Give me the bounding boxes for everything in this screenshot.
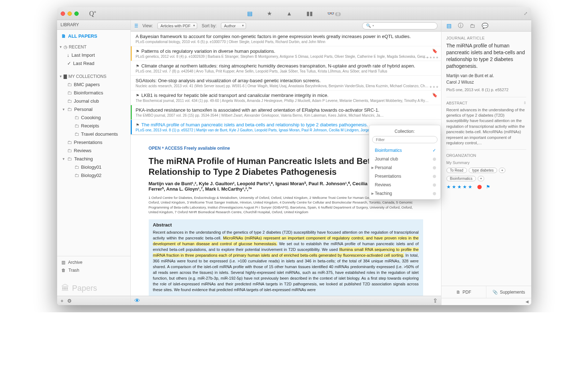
window-controls	[61, 11, 79, 16]
sidebar-item-receipts[interactable]: 🗀Receipts	[57, 122, 130, 130]
trash-icon: 🗑	[61, 268, 66, 273]
flag-icon[interactable]: ⚑	[486, 184, 490, 190]
sidebar-item-personal[interactable]: ▼🗀Personal	[57, 105, 130, 113]
paper-row[interactable]: ⚑Climate change at northern latitudes: r…	[131, 61, 441, 76]
last-read-label: Last Read	[73, 61, 94, 66]
minimize-window[interactable]	[68, 11, 72, 16]
glasses-icon[interactable]: 👓8	[327, 10, 341, 17]
disclosure-icon: ▼	[59, 75, 62, 78]
popover-item[interactable]: Presentations	[369, 172, 440, 181]
sidebar-item-cooking[interactable]: 🗀Coooking	[57, 113, 130, 122]
sidebar-footer: + ⚙	[57, 296, 130, 305]
pdf-button[interactable]: 🗎PDF	[441, 286, 487, 298]
add-tag-button[interactable]: +	[499, 168, 505, 173]
favorites-icon[interactable]: ★	[267, 10, 272, 17]
sidebar-archive[interactable]: ▥Archive	[61, 258, 126, 266]
disclosure-icon: ▶	[371, 166, 375, 169]
abstract-text: Recent advances in the understanding of …	[149, 228, 423, 296]
overview-tab-icon[interactable]: ▤	[446, 23, 452, 29]
star-icon[interactable]: ★	[468, 184, 472, 190]
expand-icon[interactable]: ⇳	[523, 101, 526, 105]
global-search-icon[interactable]: Q+	[89, 10, 96, 18]
fullscreen-icon[interactable]: ⤢	[524, 11, 528, 16]
close-window[interactable]	[61, 11, 65, 16]
check-icon: ✓	[432, 148, 436, 153]
library-view-icon[interactable]: ▤	[247, 10, 253, 17]
folder-icon: 🗀	[67, 90, 72, 95]
paper-row[interactable]: A Bayesian framework to account for comp…	[131, 32, 441, 46]
all-papers-label: ALL PAPERS	[68, 33, 97, 39]
abstract-heading: Abstract	[149, 219, 423, 228]
authors-icon[interactable]: ▲	[286, 10, 292, 17]
list-search-input[interactable]: 🔍▾	[362, 22, 437, 29]
tag-to-read[interactable]: To Read	[446, 168, 467, 173]
sidebar-item-journal-club[interactable]: 🗀Journal club	[57, 97, 130, 105]
details-body: JOURNAL ARTICLE The miRNA profile of hum…	[441, 32, 531, 286]
popover-item-label: Bioinformatics	[375, 148, 402, 153]
view-select[interactable]: Articles with PDF	[157, 23, 198, 29]
tag-row-1: To Read type diabetes +	[446, 168, 526, 173]
paper-row[interactable]: SGAtools: One-stop analysis and visualiz…	[131, 76, 441, 90]
sidebar-item-travel[interactable]: 🗀Travel documents	[57, 130, 130, 138]
b01-label: Biology01	[81, 164, 102, 170]
popover-item[interactable]: ▶Personal	[369, 163, 440, 172]
main-footer: 👁 ⇪	[131, 296, 441, 305]
hamburger-icon[interactable]: ☰	[134, 23, 138, 28]
trash-label: Trash	[69, 268, 79, 273]
details-title: The miRNA profile of human pancreatic is…	[446, 42, 526, 70]
info-tab-icon[interactable]: ⓘ	[458, 22, 463, 29]
notes-tab-icon[interactable]: 🗀	[470, 23, 475, 29]
popover-item[interactable]: Journal club	[369, 155, 440, 163]
star-icon[interactable]: ★	[452, 184, 456, 190]
popover-item[interactable]: Reviews	[369, 181, 440, 189]
rating-row[interactable]: ★ ★ ★ ★ ★ ⚑	[446, 184, 526, 190]
add-button[interactable]: +	[61, 298, 64, 304]
sidebar-item-presentations[interactable]: 🗀Presentations	[57, 138, 130, 146]
activity-tab-icon[interactable]: 💬	[482, 23, 489, 29]
folder-icon: 🗀	[67, 140, 72, 145]
sidebar-last-import[interactable]: ↓Last Import	[57, 51, 130, 59]
sidebar-trash[interactable]: 🗑Trash	[61, 266, 126, 274]
settings-gear-icon[interactable]: ⚙	[67, 298, 72, 304]
sidebar-item-teaching[interactable]: ▼🗀Teaching	[57, 155, 130, 163]
sort-select[interactable]: Author	[221, 23, 246, 29]
star-icon[interactable]: ★	[446, 184, 451, 190]
sidebar-item-bio01[interactable]: 🗀Biology01	[57, 163, 130, 171]
unselected-indicator	[433, 158, 436, 161]
sidebar-item-reviews[interactable]: 🗀Reviews	[57, 146, 130, 155]
add-collection-button[interactable]: +	[478, 176, 484, 181]
paper-row[interactable]: PKA-induced resistance to tamoxifen is a…	[131, 105, 441, 120]
sidebar-item-bioinformatics[interactable]: 🗀Bioinformatics	[57, 89, 130, 97]
sidebar-group-recent[interactable]: ▼ ◷ RECENT	[57, 42, 130, 51]
eye-icon[interactable]: 👁	[134, 298, 140, 304]
tag-bioinformatics[interactable]: Bioinformatics	[446, 176, 476, 181]
recent-label: RECENT	[69, 45, 86, 50]
star-icon[interactable]: ★	[463, 184, 467, 190]
sidebar-all-papers[interactable]: 🗎 ALL PAPERS	[57, 30, 130, 42]
folder-icon: 🗀	[67, 98, 72, 104]
top-nav: ▤ ★ ▲ ▮▮ 👓8	[247, 10, 341, 17]
bio-label: Bioinformatics	[74, 90, 103, 95]
popover-item[interactable]: Bioinformatics✓	[369, 146, 440, 155]
pdf-label: PDF	[463, 290, 471, 295]
share-icon[interactable]: ⇪	[433, 297, 437, 304]
details-organization-section: ORGANIZATION My Summary To Read type dia…	[446, 149, 526, 190]
paper-row[interactable]: ⚑LKB1 is required for hepatic bile acid …	[131, 90, 441, 105]
sidebar-item-bmc[interactable]: 🗀BMC papers	[57, 80, 130, 89]
star-icon[interactable]: ★	[457, 184, 462, 190]
reader-icon[interactable]: ▮▮	[306, 10, 313, 17]
tag-type-diabetes[interactable]: type diabetes	[469, 168, 497, 173]
maximize-window[interactable]	[74, 11, 79, 16]
my-summary-link[interactable]: My Summary	[446, 160, 526, 165]
b02-label: Biology02	[81, 173, 102, 178]
paper-row[interactable]: ⚑Patterns of cis regulatory variation in…	[131, 46, 441, 61]
sidebar-item-bio02[interactable]: 🗀Biology02	[57, 171, 130, 179]
popover-filter-input[interactable]	[372, 136, 437, 143]
color-label-red[interactable]	[477, 185, 482, 189]
collapse-panel[interactable]: ◀	[441, 298, 531, 305]
sidebar-group-collections[interactable]: ▼ ▇ MY COLLECTIONS	[57, 72, 130, 80]
details-panel: ▤ ⓘ 🗀 💬 JOURNAL ARTICLE The miRNA profil…	[441, 20, 531, 305]
sidebar-last-read[interactable]: ✓Last Read	[57, 59, 130, 67]
supplements-button[interactable]: 📎Supplements	[486, 286, 531, 298]
popover-item[interactable]: ▶Teaching	[369, 189, 440, 198]
